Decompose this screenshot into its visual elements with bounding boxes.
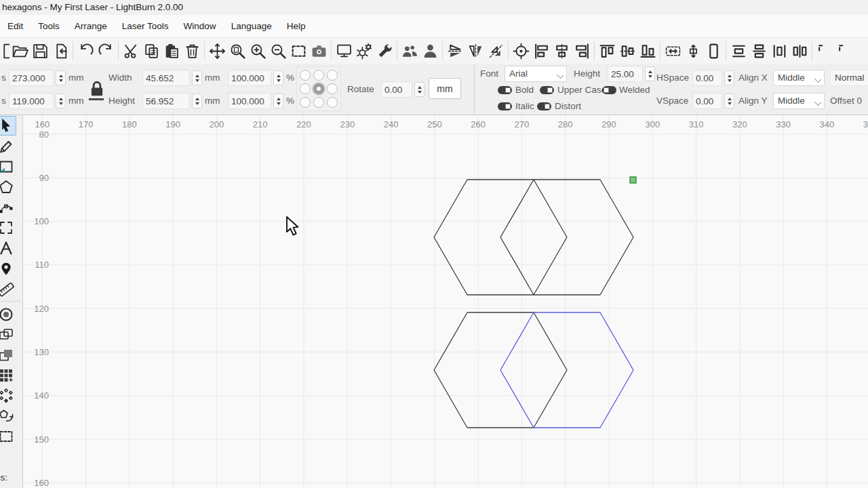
boolean-tool-button[interactable] (0, 345, 16, 365)
lock-aspect-icon[interactable] (88, 80, 106, 98)
resize-height-button[interactable] (683, 40, 703, 62)
paste-button[interactable] (161, 40, 182, 62)
anchor-dot[interactable] (313, 70, 324, 81)
menu-laser-tools[interactable]: Laser Tools (117, 18, 174, 34)
align-bottom-button[interactable] (637, 40, 658, 62)
save-file-button[interactable] (30, 40, 50, 62)
job-origin-marker[interactable] (630, 177, 636, 183)
resize-width-button[interactable] (663, 40, 683, 62)
anchor-dot[interactable] (327, 70, 338, 81)
design-canvas[interactable]: 1601701801902002102202302402502602702802… (23, 115, 868, 488)
rotate-spinner[interactable] (414, 82, 425, 97)
vspace-field[interactable]: 0.00 (692, 93, 722, 109)
edit-nodes-button[interactable] (0, 197, 16, 217)
mirror-across-line-button[interactable] (486, 40, 506, 62)
corner-marks-button[interactable] (835, 40, 855, 62)
anchor-dot[interactable] (327, 83, 338, 94)
width-field[interactable]: 45.652 (142, 70, 190, 86)
height-spinner[interactable] (192, 94, 202, 108)
menu-language[interactable]: Language (226, 18, 277, 34)
units-button[interactable]: mm (429, 78, 461, 99)
focus-origin-button[interactable] (511, 40, 531, 62)
scale-x-spinner[interactable] (273, 70, 283, 85)
measure-tool-button[interactable] (0, 279, 16, 298)
circular-array-button[interactable] (0, 386, 16, 405)
menu-arrange[interactable]: Arrange (69, 18, 113, 34)
align-y-combo[interactable]: Middle (773, 93, 825, 109)
dist-h-center-button[interactable] (769, 40, 789, 62)
flip-vertical-button[interactable] (445, 40, 465, 62)
weld-shapes-button[interactable] (0, 325, 16, 344)
user-button[interactable] (420, 40, 440, 62)
zoom-out-button[interactable] (268, 40, 288, 62)
dist-v-spread-button[interactable] (749, 40, 769, 62)
corner-marks-button[interactable] (814, 40, 835, 62)
cut-shapes-button[interactable] (0, 426, 16, 446)
preview-monitor-button[interactable] (334, 40, 354, 62)
cut-button[interactable] (121, 40, 141, 62)
vspace-spinner[interactable] (724, 94, 734, 108)
scale-y-field[interactable]: 100.000 (228, 93, 271, 109)
zoom-to-page-button[interactable] (227, 40, 248, 62)
copy-along-path-button[interactable] (0, 406, 16, 426)
device-settings-button[interactable] (374, 40, 395, 62)
font-family-combo[interactable]: Arial (505, 66, 567, 82)
xpos-spinner[interactable] (56, 70, 66, 85)
frame-selection-button[interactable] (288, 40, 309, 62)
text-tool-button[interactable] (0, 238, 16, 258)
align-top-button[interactable] (597, 40, 617, 62)
align-middle-button[interactable] (617, 40, 637, 62)
settings-gears-button[interactable] (354, 40, 374, 62)
offset-shapes-button[interactable] (0, 304, 16, 324)
anchor-dot[interactable] (300, 70, 311, 81)
rectangle-tool-button[interactable] (0, 157, 16, 176)
undo-button[interactable] (75, 40, 96, 62)
scale-x-field[interactable]: 100.000 (228, 70, 271, 86)
font-height-spinner[interactable] (645, 66, 655, 81)
align-right-button[interactable] (572, 40, 592, 62)
zoom-in-button[interactable] (248, 40, 268, 62)
pan-view-button[interactable] (207, 40, 227, 62)
italic-toggle[interactable] (498, 102, 512, 110)
open-file-button[interactable] (9, 40, 30, 62)
dist-v-center-button[interactable] (728, 40, 749, 62)
align-center-h-button[interactable] (551, 40, 572, 62)
select-tool-button[interactable] (0, 116, 16, 136)
menu-tools[interactable]: Tools (33, 18, 65, 34)
width-spinner[interactable] (192, 70, 202, 85)
import-file-button[interactable] (50, 40, 71, 62)
hspace-field[interactable]: 0.00 (692, 70, 722, 86)
font-height-field[interactable]: 25.00 (608, 66, 643, 82)
flip-horizontal-button[interactable] (465, 40, 486, 62)
copy-button[interactable] (141, 40, 161, 62)
new-file-button[interactable] (0, 40, 9, 62)
delete-button[interactable] (182, 40, 202, 62)
rotate-field[interactable]: 0.00 (381, 81, 412, 98)
weld-style-combo[interactable]: Normal (830, 70, 868, 86)
scale-y-spinner[interactable] (273, 94, 283, 108)
ypos-spinner[interactable] (56, 94, 66, 108)
user-group-button[interactable] (399, 40, 420, 62)
draw-lines-button[interactable] (0, 136, 16, 156)
anchor-dot[interactable] (300, 83, 311, 94)
grid-array-button[interactable] (0, 365, 16, 385)
upper-case-toggle[interactable] (540, 86, 554, 94)
bold-toggle[interactable] (498, 86, 512, 94)
align-x-combo[interactable]: Middle (773, 70, 825, 86)
page-shape-button[interactable] (703, 40, 724, 62)
position-laser-button[interactable] (0, 258, 16, 278)
menu-help[interactable]: Help (281, 18, 311, 34)
redo-button[interactable] (96, 40, 116, 62)
welded-toggle[interactable] (602, 86, 616, 94)
anchor-dot[interactable] (300, 97, 311, 108)
height-field[interactable]: 56.952 (142, 93, 190, 109)
anchor-dot-selected[interactable] (313, 83, 324, 94)
distort-toggle[interactable] (537, 102, 551, 110)
align-left-button[interactable] (531, 40, 551, 62)
dist-h-spread-button[interactable] (789, 40, 810, 62)
menu-edit[interactable]: Edit (2, 18, 28, 34)
ypos-field[interactable]: 119.000 (9, 93, 54, 109)
xpos-field[interactable]: 273.000 (9, 70, 54, 86)
polygon-tool-button[interactable] (0, 177, 16, 197)
hspace-spinner[interactable] (724, 70, 734, 85)
